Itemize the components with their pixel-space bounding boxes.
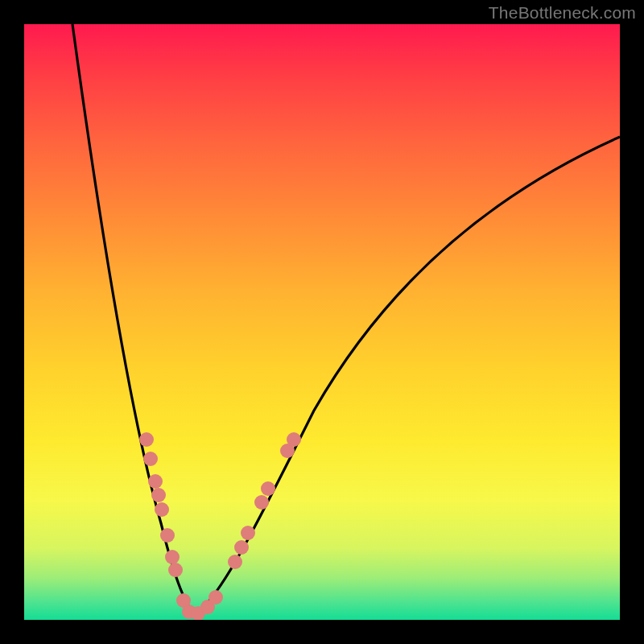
marker-dot [160, 528, 175, 543]
marker-dot [143, 452, 158, 466]
marker-dot [261, 481, 275, 496]
marker-dot [234, 540, 249, 555]
bottleneck-curve [24, 24, 620, 620]
marker-dot [168, 563, 183, 577]
marker-dot [228, 555, 242, 569]
watermark-text: TheBottleneck.com [489, 3, 636, 23]
marker-dot [254, 495, 269, 510]
marker-dot [241, 526, 255, 540]
marker-dot [151, 488, 166, 502]
marker-dot [155, 502, 169, 517]
curve-left-branch [72, 24, 195, 613]
marker-dot [148, 474, 163, 489]
marker-dot [208, 590, 223, 605]
marker-group [139, 432, 301, 620]
curve-right-branch [195, 137, 620, 613]
marker-dot [139, 432, 154, 447]
marker-dot [165, 550, 180, 564]
chart-frame: TheBottleneck.com [0, 0, 644, 644]
plot-area [24, 24, 620, 620]
marker-dot [287, 432, 301, 447]
